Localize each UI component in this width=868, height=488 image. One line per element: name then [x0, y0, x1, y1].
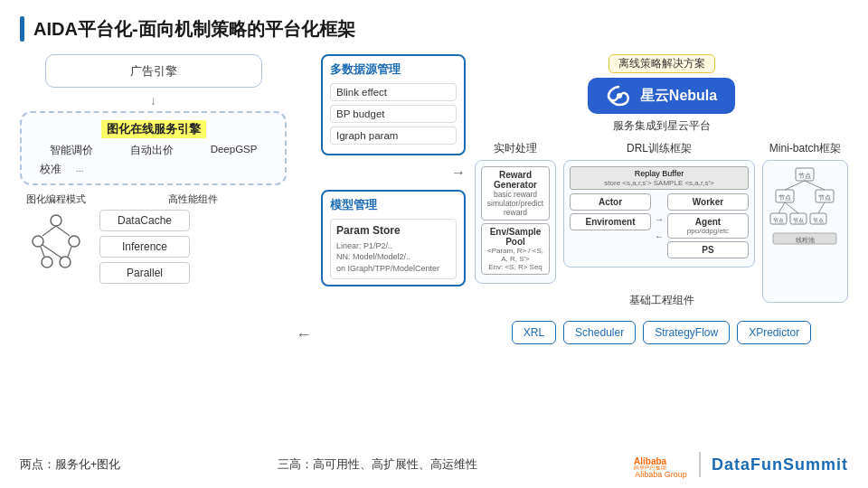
btn-xpredictor: XPredictor — [737, 321, 811, 344]
perf-btn-parallel: Parallel — [99, 262, 190, 284]
title-accent — [20, 16, 24, 42]
param-store-box: Param Store Linear: P1/P2/.. NN: Model/M… — [330, 219, 457, 279]
high-perf-title: 高性能组件 — [99, 192, 287, 206]
param-store-detail: Linear: P1/P2/.. NN: Model/Model2/.. on … — [336, 240, 450, 275]
datafun-label: DataFunSummit — [712, 455, 848, 474]
arrow-down-1: ↓ — [20, 93, 287, 108]
svg-line-6 — [56, 226, 70, 236]
brand-separator — [699, 452, 701, 477]
arrow-mid-right: → — [321, 164, 466, 181]
title-bar: AIDA平台化-面向机制策略的平台化框架 — [20, 16, 848, 42]
reward-gen-title: Reward Generator — [486, 170, 544, 190]
reward-gen-detail: basic rewardsimulator/predict reward — [486, 190, 544, 217]
nebula-text: 星云Nebula — [640, 87, 717, 106]
env-sample-box: Env/Sample Pool <Param, R> / <S, A, R, S… — [481, 223, 550, 275]
enviroment-box: Enviroment — [570, 213, 651, 230]
multi-source-box: 多数据源管理 Blink effect BP budget Igraph par… — [321, 54, 466, 155]
ad-engine-label: 广告引擎 — [130, 64, 177, 78]
left-panel: 广告引擎 ↓ 图化在线服务引擎 智能调价 自动出价 DeepGSP 校准 ... — [20, 54, 287, 452]
foundation-label: 基础工程组件 — [475, 293, 848, 308]
source-item-2: BP budget — [330, 105, 457, 123]
svg-text:节点: 节点 — [818, 194, 831, 202]
services-row: 实时处理 Reward Generator basic rewardsimula… — [475, 141, 848, 284]
service-item-2: 自动出价 — [130, 144, 174, 157]
reward-gen-box: Reward Generator basic rewardsimulator/p… — [481, 166, 550, 221]
graph-mode-title: 图化编程模式 — [20, 192, 92, 206]
svg-line-27 — [818, 202, 825, 213]
multi-source-title: 多数据源管理 — [330, 61, 457, 78]
btn-scheduler: Scheduler — [563, 321, 636, 344]
svg-text:节点: 节点 — [793, 218, 804, 223]
source-item-1: Blink effect — [330, 83, 457, 101]
agent-box: Agent ppo/ddpg/etc — [667, 213, 749, 239]
svg-text:节点: 节点 — [813, 218, 824, 223]
slide-footer: 两点：服务化+图化 三高：高可用性、高扩展性、高运维性 Alibaba 阿里巴巴… — [20, 450, 848, 479]
svg-line-26 — [785, 202, 798, 213]
svg-line-5 — [42, 226, 56, 236]
ps-box: PS — [667, 241, 749, 258]
svg-point-2 — [69, 236, 80, 247]
service-integration-label: 服务集成到星云平台 — [613, 118, 711, 134]
perf-btn-datacache: DataCache — [99, 210, 190, 231]
param-store-title: Param Store — [336, 223, 450, 239]
footer-brand: Alibaba 阿里巴巴集团 Alibaba Group DataFunSumm… — [634, 450, 848, 479]
footer-right-note: 三高：高可用性、高扩展性、高运维性 — [278, 457, 477, 473]
btn-xrl: XRL — [512, 321, 556, 344]
svg-point-10 — [617, 93, 622, 99]
online-service-title: 图化在线服务引擎 — [101, 120, 206, 138]
service-item-5: ... — [76, 163, 84, 176]
nebula-icon — [606, 85, 633, 107]
source-item-3: Igraph param — [330, 127, 457, 145]
mini-tree-svg: 节点 节点 节点 节点 — [769, 166, 841, 248]
slide: AIDA平台化-面向机制策略的平台化框架 广告引擎 ↓ 图化在线服务引擎 智能调… — [0, 0, 868, 488]
mini-box: 节点 节点 节点 节点 — [762, 160, 848, 303]
ad-engine-box: 广告引擎 — [45, 54, 262, 88]
replay-buffer: Replay Buffer store <s,a,r,s'> SAMPLE <s… — [570, 166, 749, 190]
drl-box: Replay Buffer store <s,a,r,s'> SAMPLE <s… — [563, 160, 755, 267]
offline-badge: 离线策略解决方案 — [609, 54, 715, 73]
drl-arrows: → ← — [655, 193, 664, 261]
svg-line-7 — [41, 247, 44, 257]
rt-title: 实时处理 — [475, 141, 556, 156]
svg-text:节点: 节点 — [773, 218, 784, 223]
svg-line-18 — [805, 181, 825, 190]
bottom-btns: XRL Scheduler StrategyFlow XPredictor — [475, 321, 848, 344]
graph-mode: 图化编程模式 — [20, 192, 92, 288]
svg-point-1 — [33, 236, 43, 247]
high-perf-components: 高性能组件 DataCache Inference Parallel — [99, 192, 287, 288]
service-item-1: 智能调价 — [50, 144, 93, 157]
online-service-row2: 校准 ... — [31, 163, 276, 176]
arrow-left-mid: ← — [296, 217, 312, 452]
svg-point-3 — [42, 257, 52, 267]
drl-inner: Actor Enviroment → ← — [570, 193, 749, 261]
online-service-items: 智能调价 自动出价 DeepGSP — [31, 144, 276, 157]
env-sample-detail: <Param, R> / <S, A, R, S'>Env: <S, R> Se… — [486, 247, 544, 271]
drl-left-col: Actor Enviroment — [570, 193, 651, 261]
svg-text:线程池: 线程池 — [796, 237, 815, 243]
bottom-left: 图化编程模式 — [20, 192, 287, 288]
model-mgmt-title: 模型管理 — [330, 197, 457, 213]
worker-box: Worker — [667, 193, 749, 211]
svg-point-0 — [51, 215, 61, 226]
drl-right-col: Worker Agent ppo/ddpg/etc PS — [667, 193, 749, 261]
rt-box: Reward Generator basic rewardsimulator/p… — [475, 160, 556, 284]
mini-section: Mini-batch框架 节点 节点 节点 — [762, 141, 848, 284]
right-panel: 离线策略解决方案 星云Nebula 服务集成到星云平台 实时处理 — [475, 54, 848, 452]
nebula-logo: 星云Nebula — [588, 78, 735, 114]
svg-text:节点: 节点 — [778, 194, 791, 202]
right-top: 离线策略解决方案 星云Nebula 服务集成到星云平台 — [475, 54, 848, 134]
actor-box: Actor — [570, 193, 651, 211]
env-sample-title: Env/Sample Pool — [486, 227, 544, 247]
perf-btn-inference: Inference — [99, 236, 190, 258]
alibaba-group-label: Alibaba Group — [635, 470, 687, 479]
graph-svg-area — [24, 210, 88, 273]
drl-section: DRL训练框架 Replay Buffer store <s,a,r,s'> S… — [563, 141, 755, 284]
online-service-box: 图化在线服务引擎 智能调价 自动出价 DeepGSP 校准 ... — [20, 111, 287, 185]
svg-text:节点: 节点 — [798, 173, 811, 180]
mid-panel: 多数据源管理 Blink effect BP budget Igraph par… — [321, 54, 466, 452]
main-content: 广告引擎 ↓ 图化在线服务引擎 智能调价 自动出价 DeepGSP 校准 ... — [20, 54, 848, 452]
mini-title: Mini-batch框架 — [762, 141, 848, 156]
service-item-4: 校准 — [40, 163, 61, 176]
drl-title: DRL训练框架 — [563, 141, 755, 156]
btn-strategyflow: StrategyFlow — [643, 321, 730, 344]
